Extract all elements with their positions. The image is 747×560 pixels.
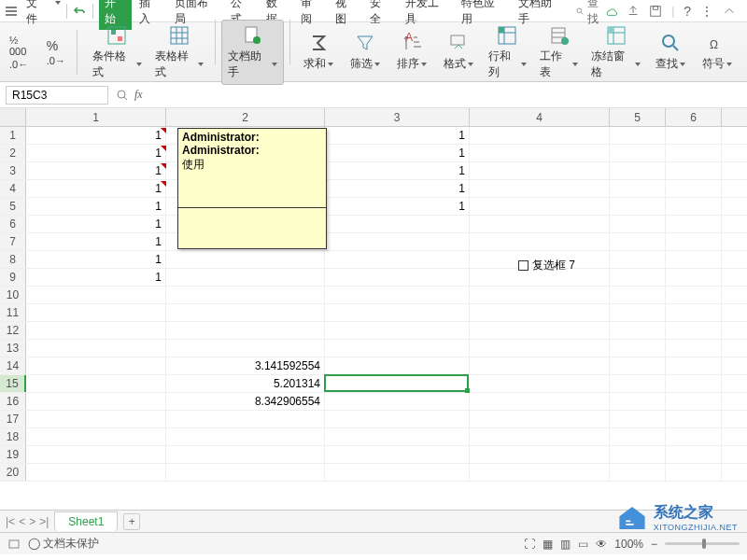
cell[interactable]: 1 — [325, 145, 470, 161]
cell[interactable] — [610, 464, 666, 481]
col-header[interactable]: 2 — [166, 108, 325, 126]
cell[interactable] — [166, 287, 325, 303]
cell[interactable] — [666, 340, 722, 357]
cell[interactable] — [666, 322, 722, 339]
cell[interactable] — [470, 145, 610, 161]
cell[interactable] — [166, 251, 325, 268]
share-icon[interactable] — [627, 5, 640, 18]
cell[interactable] — [470, 428, 610, 445]
row-header[interactable]: 8 — [0, 251, 26, 268]
cell[interactable]: 1 — [26, 127, 166, 144]
cell[interactable] — [666, 233, 722, 250]
cell[interactable]: 3.141592554 — [166, 357, 325, 374]
row-header[interactable]: 12 — [0, 322, 26, 339]
cell[interactable] — [325, 233, 470, 250]
col-header[interactable]: 3 — [325, 108, 470, 126]
cell[interactable]: 5.201314 — [166, 375, 325, 392]
cell[interactable]: 1 — [26, 269, 166, 286]
select-all-corner[interactable] — [0, 108, 26, 126]
cell[interactable] — [666, 375, 722, 392]
cell[interactable]: 1 — [26, 180, 166, 197]
name-box[interactable]: R15C3 — [6, 86, 108, 105]
col-header[interactable]: 1 — [26, 108, 166, 126]
row-header[interactable]: 2 — [0, 145, 26, 161]
row-header[interactable]: 6 — [0, 216, 26, 232]
cell[interactable] — [166, 304, 325, 321]
cell[interactable] — [325, 322, 470, 339]
fx-search-icon[interactable] — [116, 89, 129, 102]
cell[interactable] — [325, 269, 470, 286]
cell[interactable]: 1 — [325, 162, 470, 179]
cloud-sync-icon[interactable] — [604, 5, 617, 18]
sheet-nav-first-icon[interactable]: |< — [6, 515, 15, 528]
ribbon-sum-button[interactable]: 求和 — [296, 20, 341, 85]
percent-btn[interactable]: % — [47, 38, 65, 53]
cell[interactable] — [26, 340, 166, 357]
cell[interactable]: 8.342906554 — [166, 393, 325, 410]
doc-protect-status[interactable]: ◯ 文档未保护 — [28, 536, 99, 552]
cell[interactable] — [26, 393, 166, 410]
cell[interactable] — [610, 304, 666, 321]
cell[interactable] — [666, 180, 722, 197]
cell[interactable]: 1 — [26, 198, 166, 215]
undo-icon[interactable] — [73, 4, 88, 19]
cell[interactable] — [666, 393, 722, 410]
cell[interactable] — [666, 127, 722, 144]
cell[interactable]: 1 — [26, 216, 166, 232]
cell[interactable] — [610, 216, 666, 232]
status-icon[interactable] — [7, 538, 21, 551]
decimal-dec-icon[interactable]: .0← — [9, 59, 37, 70]
row-header[interactable]: 20 — [0, 464, 26, 481]
save-icon[interactable] — [649, 5, 662, 18]
cell[interactable] — [470, 375, 610, 392]
ribbon-doc-helper-button[interactable]: 文档助手 — [221, 20, 284, 85]
cell[interactable] — [610, 357, 666, 374]
cell[interactable] — [166, 464, 325, 481]
ribbon-rowcol-button[interactable]: 行和列 — [483, 20, 532, 85]
cell[interactable]: 1 — [26, 233, 166, 250]
row-header[interactable]: 13 — [0, 340, 26, 357]
cell[interactable] — [470, 233, 610, 250]
cell[interactable] — [26, 411, 166, 427]
ribbon-table-style-button[interactable]: 表格样式 — [149, 20, 210, 85]
view-page-icon[interactable]: ▥ — [560, 538, 571, 551]
cell[interactable] — [470, 393, 610, 410]
cell[interactable] — [610, 340, 666, 357]
ribbon-find-button[interactable]: 查找 — [648, 20, 693, 85]
row-header[interactable]: 16 — [0, 393, 26, 410]
cell[interactable] — [666, 198, 722, 215]
cell[interactable] — [610, 251, 666, 268]
col-header[interactable]: 4 — [470, 108, 610, 126]
cell[interactable] — [166, 340, 325, 357]
zoom-value[interactable]: 100% — [614, 538, 643, 551]
cell[interactable] — [26, 464, 166, 481]
formula-input[interactable] — [148, 87, 615, 104]
cell[interactable] — [666, 411, 722, 427]
row-header[interactable]: 1 — [0, 127, 26, 144]
cell[interactable] — [610, 411, 666, 427]
fx-icon[interactable]: fx — [134, 88, 143, 102]
sheet-nav-prev-icon[interactable]: < — [19, 515, 25, 528]
cell[interactable] — [470, 357, 610, 374]
cell[interactable] — [26, 428, 166, 445]
cell[interactable] — [610, 322, 666, 339]
collapse-ribbon-icon[interactable] — [723, 5, 736, 18]
help-icon[interactable]: ? — [684, 4, 691, 19]
ribbon-format-button[interactable]: 格式 — [436, 20, 481, 85]
row-header[interactable]: 18 — [0, 428, 26, 445]
cell[interactable] — [666, 162, 722, 179]
cell[interactable] — [610, 162, 666, 179]
row-header[interactable]: 9 — [0, 269, 26, 286]
read-mode-icon[interactable]: 👁 — [596, 538, 607, 551]
fullscreen-icon[interactable]: ⛶ — [524, 538, 535, 551]
cell[interactable] — [610, 393, 666, 410]
cell[interactable] — [470, 464, 610, 481]
cell[interactable] — [325, 393, 470, 410]
cell[interactable] — [666, 251, 722, 268]
cell[interactable] — [470, 304, 610, 321]
cell[interactable] — [26, 446, 166, 463]
ribbon-filter-button[interactable]: 筛选 — [343, 20, 388, 85]
cell[interactable] — [470, 340, 610, 357]
cell[interactable] — [470, 322, 610, 339]
cell[interactable] — [610, 269, 666, 286]
